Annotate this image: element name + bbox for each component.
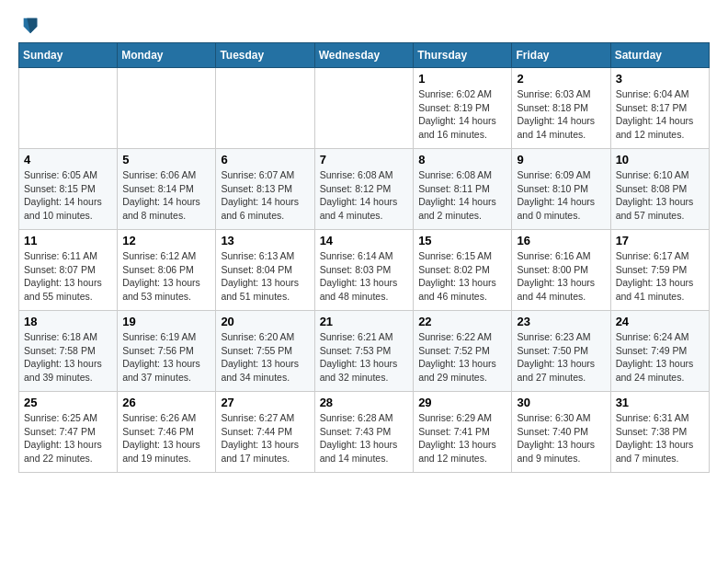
day-number: 22: [418, 315, 506, 328]
day-number: 11: [24, 234, 112, 247]
calendar-cell: 27Sunrise: 6:27 AM Sunset: 7:44 PM Dayli…: [216, 392, 314, 473]
day-info: Sunrise: 6:22 AM Sunset: 7:52 PM Dayligh…: [418, 330, 506, 385]
day-info: Sunrise: 6:09 AM Sunset: 8:10 PM Dayligh…: [517, 168, 605, 223]
calendar-cell: 11Sunrise: 6:11 AM Sunset: 8:07 PM Dayli…: [19, 230, 118, 311]
calendar-cell: [314, 68, 414, 149]
calendar-cell: 18Sunrise: 6:18 AM Sunset: 7:58 PM Dayli…: [19, 311, 118, 392]
day-info: Sunrise: 6:13 AM Sunset: 8:04 PM Dayligh…: [221, 249, 309, 304]
calendar-cell: 5Sunrise: 6:06 AM Sunset: 8:14 PM Daylig…: [118, 149, 216, 230]
day-number: 12: [122, 234, 210, 247]
day-info: Sunrise: 6:14 AM Sunset: 8:03 PM Dayligh…: [320, 249, 409, 304]
day-info: Sunrise: 6:27 AM Sunset: 7:44 PM Dayligh…: [221, 411, 309, 465]
day-info: Sunrise: 6:03 AM Sunset: 8:18 PM Dayligh…: [517, 87, 605, 142]
calendar-cell: 30Sunrise: 6:30 AM Sunset: 7:40 PM Dayli…: [512, 392, 610, 473]
calendar-cell: 21Sunrise: 6:21 AM Sunset: 7:53 PM Dayli…: [314, 311, 414, 392]
day-number: 15: [418, 234, 506, 247]
day-info: Sunrise: 6:31 AM Sunset: 7:38 PM Dayligh…: [616, 411, 704, 465]
calendar-cell: 29Sunrise: 6:29 AM Sunset: 7:41 PM Dayli…: [414, 392, 512, 473]
calendar-cell: 31Sunrise: 6:31 AM Sunset: 7:38 PM Dayli…: [610, 392, 709, 473]
day-number: 29: [418, 396, 506, 409]
day-info: Sunrise: 6:12 AM Sunset: 8:06 PM Dayligh…: [122, 249, 210, 304]
calendar-cell: 3Sunrise: 6:04 AM Sunset: 8:17 PM Daylig…: [610, 68, 709, 149]
day-number: 20: [221, 315, 309, 328]
day-number: 23: [517, 315, 605, 328]
day-number: 13: [221, 234, 309, 247]
logo-arrow-icon: [20, 15, 40, 35]
calendar-cell: 24Sunrise: 6:24 AM Sunset: 7:49 PM Dayli…: [610, 311, 709, 392]
day-number: 16: [517, 234, 605, 247]
day-number: 10: [616, 153, 704, 167]
calendar-cell: 1Sunrise: 6:02 AM Sunset: 8:19 PM Daylig…: [414, 68, 512, 149]
calendar-table: SundayMondayTuesdayWednesdayThursdayFrid…: [18, 42, 710, 473]
calendar-cell: 13Sunrise: 6:13 AM Sunset: 8:04 PM Dayli…: [216, 230, 314, 311]
page-header: [18, 15, 710, 35]
day-info: Sunrise: 6:11 AM Sunset: 8:07 PM Dayligh…: [24, 249, 112, 304]
calendar-cell: [118, 68, 216, 149]
calendar-week-row: 1Sunrise: 6:02 AM Sunset: 8:19 PM Daylig…: [19, 68, 710, 149]
calendar-cell: [19, 68, 118, 149]
day-info: Sunrise: 6:21 AM Sunset: 7:53 PM Dayligh…: [320, 330, 409, 385]
day-info: Sunrise: 6:10 AM Sunset: 8:08 PM Dayligh…: [616, 168, 704, 223]
calendar-cell: 4Sunrise: 6:05 AM Sunset: 8:15 PM Daylig…: [19, 149, 118, 230]
calendar-cell: 20Sunrise: 6:20 AM Sunset: 7:55 PM Dayli…: [216, 311, 314, 392]
calendar-header-sunday: Sunday: [19, 43, 118, 68]
calendar-cell: 25Sunrise: 6:25 AM Sunset: 7:47 PM Dayli…: [19, 392, 118, 473]
calendar-week-row: 4Sunrise: 6:05 AM Sunset: 8:15 PM Daylig…: [19, 149, 710, 230]
day-number: 28: [320, 396, 409, 409]
day-number: 1: [418, 72, 506, 86]
calendar-cell: 8Sunrise: 6:08 AM Sunset: 8:11 PM Daylig…: [414, 149, 512, 230]
calendar-week-row: 18Sunrise: 6:18 AM Sunset: 7:58 PM Dayli…: [19, 311, 710, 392]
calendar-header-monday: Monday: [118, 43, 216, 68]
day-info: Sunrise: 6:17 AM Sunset: 7:59 PM Dayligh…: [616, 249, 704, 304]
day-number: 21: [320, 315, 409, 328]
day-info: Sunrise: 6:20 AM Sunset: 7:55 PM Dayligh…: [221, 330, 309, 385]
day-info: Sunrise: 6:24 AM Sunset: 7:49 PM Dayligh…: [616, 330, 704, 385]
day-number: 17: [616, 234, 704, 247]
day-info: Sunrise: 6:18 AM Sunset: 7:58 PM Dayligh…: [24, 330, 112, 385]
day-number: 31: [616, 396, 704, 409]
day-number: 2: [517, 72, 605, 86]
day-info: Sunrise: 6:15 AM Sunset: 8:02 PM Dayligh…: [418, 249, 506, 304]
calendar-header-saturday: Saturday: [610, 43, 709, 68]
day-number: 27: [221, 396, 309, 409]
day-info: Sunrise: 6:04 AM Sunset: 8:17 PM Dayligh…: [616, 87, 704, 142]
day-number: 3: [616, 72, 704, 86]
day-info: Sunrise: 6:08 AM Sunset: 8:12 PM Dayligh…: [320, 168, 409, 223]
calendar-header-friday: Friday: [512, 43, 610, 68]
day-number: 14: [320, 234, 409, 247]
day-number: 24: [616, 315, 704, 328]
calendar-header-row: SundayMondayTuesdayWednesdayThursdayFrid…: [19, 43, 710, 68]
calendar-cell: 23Sunrise: 6:23 AM Sunset: 7:50 PM Dayli…: [512, 311, 610, 392]
day-info: Sunrise: 6:06 AM Sunset: 8:14 PM Dayligh…: [122, 168, 210, 223]
day-number: 25: [24, 396, 112, 409]
day-number: 26: [122, 396, 210, 409]
calendar-cell: 22Sunrise: 6:22 AM Sunset: 7:52 PM Dayli…: [414, 311, 512, 392]
logo: [18, 15, 40, 35]
calendar-cell: 6Sunrise: 6:07 AM Sunset: 8:13 PM Daylig…: [216, 149, 314, 230]
calendar-cell: 10Sunrise: 6:10 AM Sunset: 8:08 PM Dayli…: [610, 149, 709, 230]
day-info: Sunrise: 6:28 AM Sunset: 7:43 PM Dayligh…: [320, 411, 409, 465]
day-number: 7: [320, 153, 409, 167]
day-number: 18: [24, 315, 112, 328]
calendar-cell: [216, 68, 314, 149]
calendar-cell: 9Sunrise: 6:09 AM Sunset: 8:10 PM Daylig…: [512, 149, 610, 230]
day-number: 30: [517, 396, 605, 409]
day-info: Sunrise: 6:08 AM Sunset: 8:11 PM Dayligh…: [418, 168, 506, 223]
calendar-cell: 26Sunrise: 6:26 AM Sunset: 7:46 PM Dayli…: [118, 392, 216, 473]
calendar-cell: 28Sunrise: 6:28 AM Sunset: 7:43 PM Dayli…: [314, 392, 414, 473]
calendar-cell: 12Sunrise: 6:12 AM Sunset: 8:06 PM Dayli…: [118, 230, 216, 311]
calendar-cell: 16Sunrise: 6:16 AM Sunset: 8:00 PM Dayli…: [512, 230, 610, 311]
day-info: Sunrise: 6:29 AM Sunset: 7:41 PM Dayligh…: [418, 411, 506, 465]
day-number: 9: [517, 153, 605, 167]
day-info: Sunrise: 6:25 AM Sunset: 7:47 PM Dayligh…: [24, 411, 112, 465]
day-info: Sunrise: 6:23 AM Sunset: 7:50 PM Dayligh…: [517, 330, 605, 385]
calendar-cell: 7Sunrise: 6:08 AM Sunset: 8:12 PM Daylig…: [314, 149, 414, 230]
day-info: Sunrise: 6:16 AM Sunset: 8:00 PM Dayligh…: [517, 249, 605, 304]
day-info: Sunrise: 6:30 AM Sunset: 7:40 PM Dayligh…: [517, 411, 605, 465]
calendar-cell: 15Sunrise: 6:15 AM Sunset: 8:02 PM Dayli…: [414, 230, 512, 311]
day-info: Sunrise: 6:26 AM Sunset: 7:46 PM Dayligh…: [122, 411, 210, 465]
day-number: 4: [24, 153, 112, 167]
day-number: 5: [122, 153, 210, 167]
calendar-header-tuesday: Tuesday: [216, 43, 314, 68]
day-info: Sunrise: 6:07 AM Sunset: 8:13 PM Dayligh…: [221, 168, 309, 223]
